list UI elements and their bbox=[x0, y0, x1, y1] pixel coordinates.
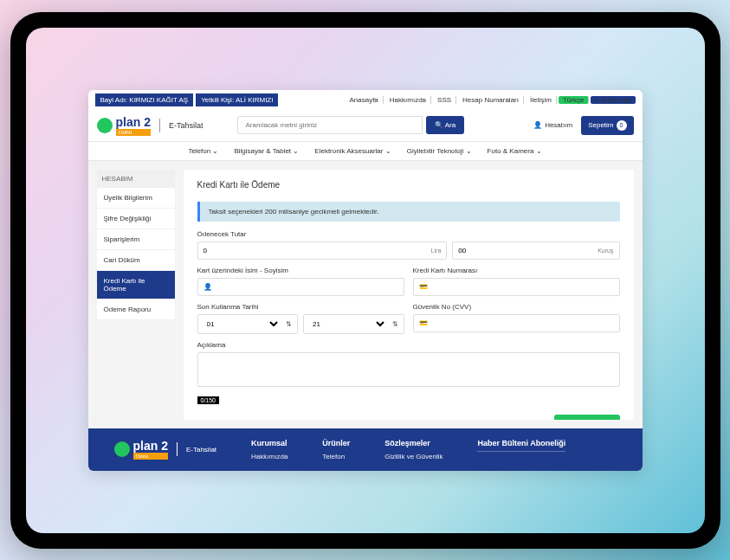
page-title: Kredi Kartı ile Ödeme bbox=[197, 180, 620, 190]
lira-suffix: Lira bbox=[426, 248, 447, 254]
desc-label: Açıklama bbox=[197, 341, 620, 349]
sidebar: HESABIM Üyelik Bilgilerim Şifre Değişikl… bbox=[97, 170, 175, 420]
footer-link[interactable]: Gizlilik ve Güvenlik bbox=[384, 453, 443, 460]
amount-lira-input[interactable] bbox=[198, 242, 426, 259]
expiry-label: Son Kullanma Tarihi bbox=[197, 303, 404, 311]
cardholder-input[interactable] bbox=[217, 279, 404, 295]
sidebar-item-password[interactable]: Şifre Değişikliği bbox=[97, 209, 175, 229]
kurus-suffix: Kuruş bbox=[592, 248, 618, 254]
card-label: Kredi Kartı Numarası bbox=[413, 267, 620, 274]
amount-label: Ödenecek Tutar bbox=[197, 230, 620, 238]
nav-phone[interactable]: Telefon ⌄ bbox=[188, 147, 218, 155]
info-alert: Taksit seçenekleri 200 milisaniye gecikm… bbox=[197, 202, 620, 222]
sidebar-item-profile[interactable]: Üyelik Bilgilerim bbox=[97, 188, 175, 209]
footer: plan 2 Omni E-Tahsilat Kurumsal Hakkımız… bbox=[88, 428, 643, 471]
nav-computer[interactable]: Bilgisayar & Tablet ⌄ bbox=[234, 147, 299, 155]
footer-newsletter: Haber Bülteni Aboneliği bbox=[477, 439, 565, 460]
logo-divider bbox=[159, 119, 160, 132]
search-bar: 🔍 Ara bbox=[237, 116, 464, 134]
search-button[interactable]: 🔍 Ara bbox=[426, 116, 464, 134]
language-button[interactable]: Türkçe bbox=[559, 96, 589, 104]
app-window: Bayi Adı: KIRMIZI KAĞIT AŞ Yetkili Kişi:… bbox=[88, 90, 643, 471]
sidebar-item-ledger[interactable]: Cari Döküm bbox=[97, 250, 175, 271]
footer-col-products: Ürünler Telefon bbox=[322, 439, 350, 460]
brand-name: plan 2 bbox=[116, 115, 151, 129]
char-counter: 0/150 bbox=[197, 396, 220, 404]
logo[interactable]: plan 2 OMNI E-Tahsilat bbox=[97, 115, 203, 136]
user-icon: 👤 bbox=[533, 121, 542, 129]
logout-button[interactable]: ⎆ Çıkış Yap bbox=[591, 96, 635, 104]
tablet-screen: Bayi Adı: KIRMIZI KAĞIT AŞ Yetkili Kişi:… bbox=[26, 28, 705, 533]
logo-icon bbox=[97, 118, 113, 133]
sidebar-item-report[interactable]: Ödeme Raporu bbox=[97, 299, 175, 320]
nav-wearable[interactable]: Giyilebilir Teknoloji ⌄ bbox=[407, 147, 472, 155]
sidebar-item-orders[interactable]: Siparişlerim bbox=[97, 229, 175, 250]
dealer-tag: Bayi Adı: KIRMIZI KAĞIT AŞ bbox=[95, 93, 194, 106]
cvv-label: Güvenlik No (CVV) bbox=[413, 303, 620, 311]
cvv-input[interactable] bbox=[433, 315, 619, 331]
nav-accessories[interactable]: Elektronik Aksesuarlar ⌄ bbox=[314, 147, 391, 155]
card-number-input[interactable] bbox=[433, 279, 619, 295]
content-area: HESABIM Üyelik Bilgilerim Şifre Değişikl… bbox=[88, 161, 643, 428]
topbar-links: Anasayfa Hakkımızda SSS Hesap Numaraları… bbox=[345, 96, 635, 104]
brand-sub: E-Tahsilat bbox=[169, 121, 203, 130]
cart-button[interactable]: Sepetim 0 bbox=[581, 116, 633, 135]
link-about[interactable]: Hakkımızda bbox=[385, 96, 431, 104]
description-textarea[interactable] bbox=[197, 352, 620, 387]
amount-kurus-group: Kuruş bbox=[452, 241, 619, 260]
name-label: Kart üzerindeki İsim - Soyisim bbox=[197, 267, 404, 274]
logo-icon bbox=[114, 441, 130, 457]
expiry-year-select[interactable]: 21 bbox=[304, 315, 387, 333]
footer-link[interactable]: Hakkımızda bbox=[251, 453, 287, 460]
footer-col-corporate: Kurumsal Hakkımızda bbox=[251, 439, 287, 460]
top-bar: Bayi Adı: KIRMIZI KAĞIT AŞ Yetkili Kişi:… bbox=[88, 90, 643, 110]
expiry-month-select[interactable]: 01 bbox=[198, 315, 281, 333]
main-panel: Kredi Kartı ile Ödeme Taksit seçenekleri… bbox=[184, 170, 634, 420]
stepper-icon: ⇅ bbox=[387, 320, 404, 328]
cart-count: 0 bbox=[617, 120, 627, 131]
footer-link[interactable]: Telefon bbox=[322, 453, 350, 460]
amount-lira-group: Lira bbox=[197, 241, 448, 260]
sidebar-header: HESABIM bbox=[97, 170, 175, 188]
link-home[interactable]: Anasayfa bbox=[345, 96, 383, 104]
card-icon: 💳 bbox=[414, 283, 433, 291]
tablet-frame: Bayi Adı: KIRMIZI KAĞIT AŞ Yetkili Kişi:… bbox=[10, 12, 720, 549]
authorized-tag: Yetkili Kişi: ALİ KIRMIZI bbox=[196, 93, 278, 106]
search-input[interactable] bbox=[237, 116, 422, 134]
link-faq[interactable]: SSS bbox=[433, 96, 456, 104]
header: plan 2 OMNI E-Tahsilat 🔍 Ara 👤 Hesabım S… bbox=[88, 110, 643, 142]
person-icon: 👤 bbox=[198, 283, 217, 291]
sidebar-item-payment[interactable]: Kredi Kartı ile Ödeme bbox=[97, 271, 175, 299]
nav-photo[interactable]: Foto & Kamera ⌄ bbox=[488, 147, 542, 155]
account-link[interactable]: 👤 Hesabım bbox=[533, 121, 572, 129]
footer-logo: plan 2 Omni E-Tahsilat bbox=[114, 439, 217, 460]
main-nav: Telefon ⌄ Bilgisayar & Tablet ⌄ Elektron… bbox=[88, 142, 643, 161]
link-accounts[interactable]: Hesap Numaraları bbox=[458, 96, 524, 104]
stepper-icon: ⇅ bbox=[281, 320, 297, 328]
submit-button[interactable]: Ödeme Yap bbox=[554, 415, 619, 420]
footer-col-agreements: Sözleşmeler Gizlilik ve Güvenlik bbox=[384, 439, 443, 460]
card-icon: 💳 bbox=[414, 319, 433, 327]
amount-kurus-input[interactable] bbox=[453, 242, 592, 259]
link-contact[interactable]: İletişim bbox=[526, 96, 557, 104]
brand-omni: OMNI bbox=[116, 129, 151, 136]
